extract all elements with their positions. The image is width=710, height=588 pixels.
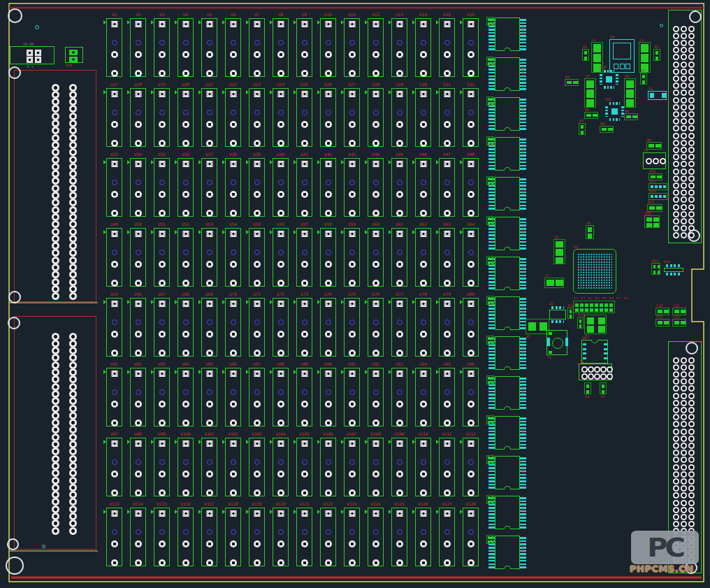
- dip4-component[interactable]: U67: [154, 298, 170, 357]
- chip2h-component[interactable]: C12: [655, 319, 669, 327]
- dip4-component[interactable]: U120: [273, 508, 289, 566]
- dip4-component[interactable]: U123: [344, 508, 360, 566]
- dip4-component[interactable]: U61: [391, 228, 407, 287]
- chip4-component[interactable]: R12: [644, 215, 660, 228]
- dip4-component[interactable]: U8: [273, 18, 289, 77]
- dip4-component[interactable]: U13: [391, 18, 407, 77]
- connector-right-top[interactable]: [668, 10, 702, 243]
- soic-component[interactable]: U130: [495, 57, 520, 91]
- dip4-component[interactable]: U122: [320, 508, 336, 566]
- dip4-component[interactable]: U102: [225, 438, 241, 496]
- dip4-component[interactable]: U72: [273, 298, 289, 357]
- cap3v-component[interactable]: C4: [624, 78, 636, 108]
- dip4-component[interactable]: U23: [249, 88, 265, 147]
- dip4-component[interactable]: U19: [154, 88, 170, 147]
- dip4-component[interactable]: U38: [225, 158, 241, 217]
- dip4-component[interactable]: U33: [106, 158, 122, 217]
- dip4-component[interactable]: U34: [130, 158, 146, 217]
- cap3v-component[interactable]: C5: [553, 239, 565, 264]
- dip4-component[interactable]: U37: [201, 158, 217, 217]
- connector-left-bottom[interactable]: [14, 316, 96, 550]
- dip4-component[interactable]: U128: [463, 508, 479, 566]
- dip4-component[interactable]: U106: [320, 438, 336, 496]
- dip4-component[interactable]: U60: [368, 228, 384, 287]
- dip4-component[interactable]: U35: [154, 158, 170, 217]
- dip4-component[interactable]: U44: [368, 158, 384, 217]
- soic-component[interactable]: U138: [495, 376, 520, 410]
- dip4-component[interactable]: U11: [344, 18, 360, 77]
- chip2v-component[interactable]: R7: [579, 123, 586, 135]
- dip4-component[interactable]: U92: [368, 368, 384, 426]
- chip4-component[interactable]: R13: [651, 263, 660, 275]
- via-component[interactable]: [35, 25, 39, 29]
- dip4-component[interactable]: U101: [201, 438, 217, 496]
- dip4-component[interactable]: U28: [368, 88, 384, 147]
- chip2h-component[interactable]: C13: [672, 319, 686, 327]
- dip4-component[interactable]: U53: [201, 228, 217, 287]
- dip4-component[interactable]: U18: [130, 88, 146, 147]
- dip4-component[interactable]: U117: [201, 508, 217, 566]
- dip4-component[interactable]: U20: [178, 88, 194, 147]
- big2-component[interactable]: U3: [526, 319, 549, 334]
- dip8-component[interactable]: U4: [581, 340, 608, 364]
- dip4-component[interactable]: U31: [439, 88, 455, 147]
- chip2v-component[interactable]: C6: [586, 225, 594, 239]
- dip4-component[interactable]: U2: [130, 18, 146, 77]
- dip4-component[interactable]: U27: [344, 88, 360, 147]
- dip4-component[interactable]: U14: [415, 18, 431, 77]
- dip4-component[interactable]: U68: [178, 298, 194, 357]
- dip4-component[interactable]: U87: [249, 368, 265, 426]
- dip4-component[interactable]: U58: [320, 228, 336, 287]
- dip4-component[interactable]: U84: [178, 368, 194, 426]
- dip4-component[interactable]: U85: [201, 368, 217, 426]
- dip4-component[interactable]: U48: [463, 158, 479, 217]
- soic-component[interactable]: U131: [495, 97, 520, 131]
- dip4-component[interactable]: U82: [130, 368, 146, 426]
- dip4-component[interactable]: U93: [391, 368, 407, 426]
- dip4-component[interactable]: U22: [225, 88, 241, 147]
- dip4-component[interactable]: U30: [415, 88, 431, 147]
- hdr2x5-component[interactable]: J6: [579, 364, 612, 380]
- dip4-component[interactable]: U116: [178, 508, 194, 566]
- chip2v-component[interactable]: C9: [600, 382, 607, 394]
- dip4-component[interactable]: U15: [439, 18, 455, 77]
- chip2v-component[interactable]: C8: [584, 382, 591, 394]
- dip4-component[interactable]: U17: [106, 88, 122, 147]
- dip4-component[interactable]: U6: [225, 18, 241, 77]
- dip4-component[interactable]: U54: [225, 228, 241, 287]
- soic-component[interactable]: U136: [495, 296, 520, 330]
- dip4-component[interactable]: U66: [130, 298, 146, 357]
- soic-component[interactable]: U132: [495, 137, 520, 171]
- dip4-component[interactable]: U78: [415, 298, 431, 357]
- dip4-component[interactable]: U100: [178, 438, 194, 496]
- pcb-canvas[interactable]: U1U2U3U4U5U6U7U8U9U10U11U12U13U14U15U16U…: [0, 0, 710, 588]
- dip4-component[interactable]: U46: [415, 158, 431, 217]
- soic8h-component[interactable]: U2: [549, 306, 566, 323]
- dip4-component[interactable]: U103: [249, 438, 265, 496]
- dip4-component[interactable]: U104: [273, 438, 289, 496]
- dip4-component[interactable]: U5: [201, 18, 217, 77]
- dip4-component[interactable]: U29: [391, 88, 407, 147]
- dip4-component[interactable]: U119: [249, 508, 265, 566]
- dip4-component[interactable]: U7: [249, 18, 265, 77]
- dip4-component[interactable]: U64: [463, 228, 479, 287]
- dip4-component[interactable]: U74: [320, 298, 336, 357]
- dip4-component[interactable]: U115: [154, 508, 170, 566]
- dip4-component[interactable]: U105: [296, 438, 312, 496]
- dip4-component[interactable]: U71: [249, 298, 265, 357]
- dip4-component[interactable]: U39: [249, 158, 265, 217]
- soic-component[interactable]: U140: [495, 456, 520, 489]
- conn3-component[interactable]: J5: [643, 152, 666, 169]
- dip4-component[interactable]: U55: [249, 228, 265, 287]
- chip2h-component[interactable]: R8: [600, 126, 614, 133]
- dip4-component[interactable]: U81: [106, 368, 122, 426]
- dip4-component[interactable]: U63: [439, 228, 455, 287]
- chip2v-component[interactable]: R1: [582, 49, 589, 61]
- chip2h-component[interactable]: R9: [646, 142, 662, 150]
- dip4-component[interactable]: U1: [106, 18, 122, 77]
- dip4-component[interactable]: U12: [368, 18, 384, 77]
- dip4-component[interactable]: U10: [320, 18, 336, 77]
- dip4-component[interactable]: U24: [273, 88, 289, 147]
- dip4-component[interactable]: U127: [439, 508, 455, 566]
- dip4-component[interactable]: U121: [296, 508, 312, 566]
